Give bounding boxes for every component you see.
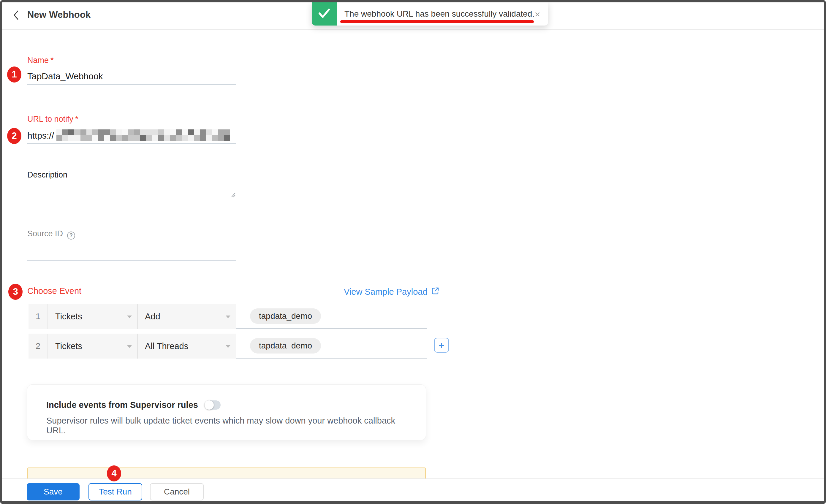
test-run-button[interactable]: Test Run — [88, 483, 142, 500]
view-sample-payload-link[interactable]: View Sample Payload — [344, 287, 439, 297]
help-icon[interactable]: ? — [67, 232, 75, 240]
choose-event-label: Choose Event — [27, 286, 81, 296]
source-id-label: Source ID? — [27, 229, 75, 240]
chevron-down-icon — [127, 345, 132, 348]
event-value-field[interactable]: tapdata_demo — [236, 304, 427, 329]
add-event-button[interactable]: + — [434, 338, 449, 353]
url-input[interactable]: https:// — [27, 126, 236, 144]
required-asterisk: * — [75, 115, 78, 123]
module-select[interactable]: Tickets — [48, 334, 137, 359]
annotation-marker-1: 1 — [7, 66, 21, 82]
source-id-input[interactable] — [27, 242, 236, 261]
cancel-button[interactable]: Cancel — [150, 483, 204, 500]
supervisor-title: Include events from Supervisor rules — [46, 400, 198, 410]
event-value-field[interactable]: tapdata_demo — [236, 334, 427, 359]
redacted-url-mosaic — [56, 129, 230, 141]
event-row-number: 2 — [28, 334, 48, 359]
chevron-down-icon — [226, 316, 230, 318]
external-link-icon — [431, 287, 439, 297]
page-title: New Webhook — [27, 9, 91, 20]
save-button[interactable]: Save — [27, 483, 79, 500]
required-asterisk: * — [51, 56, 54, 65]
annotation-marker-2: 2 — [7, 128, 21, 144]
chevron-down-icon — [127, 316, 132, 318]
back-button[interactable] — [9, 8, 23, 22]
value-chip: tapdata_demo — [250, 308, 321, 324]
chevron-down-icon — [226, 345, 230, 348]
check-icon — [318, 8, 331, 20]
event-row-number: 1 — [28, 304, 48, 329]
description-textarea[interactable] — [27, 176, 236, 201]
footer-bar: Save Test Run Cancel — [2, 479, 824, 501]
name-label: Name* — [27, 56, 54, 65]
event-row: 1 Tickets Add tapdata_demo — [28, 304, 427, 329]
chevron-left-icon — [12, 10, 20, 21]
supervisor-rules-card: Include events from Supervisor rules Sup… — [27, 385, 426, 440]
url-prefix: https:// — [27, 131, 54, 141]
event-row: 2 Tickets All Threads tapdata_demo — [28, 334, 427, 359]
plus-icon: + — [438, 340, 445, 350]
supervisor-description: Supervisor rules will bulk update ticket… — [46, 416, 407, 435]
success-check-block — [312, 2, 337, 25]
action-select[interactable]: Add — [137, 304, 236, 329]
toggle-knob — [204, 400, 214, 410]
annotation-marker-4: 4 — [107, 465, 121, 482]
resize-handle-icon[interactable] — [230, 192, 236, 199]
success-toast: The webhook URL has been successfully va… — [312, 2, 548, 25]
toast-close-button[interactable]: × — [531, 8, 544, 21]
app-window: New Webhook The webhook URL has been suc… — [0, 0, 826, 504]
name-input[interactable]: TapData_Webhook — [27, 68, 236, 85]
close-icon: × — [535, 9, 540, 20]
supervisor-toggle[interactable] — [204, 400, 221, 410]
url-label: URL to notify* — [27, 115, 78, 124]
action-select[interactable]: All Threads — [137, 334, 236, 359]
red-underline-annotation — [340, 20, 534, 23]
value-chip: tapdata_demo — [250, 338, 321, 354]
module-select[interactable]: Tickets — [48, 304, 137, 329]
annotation-marker-3: 3 — [8, 284, 22, 300]
